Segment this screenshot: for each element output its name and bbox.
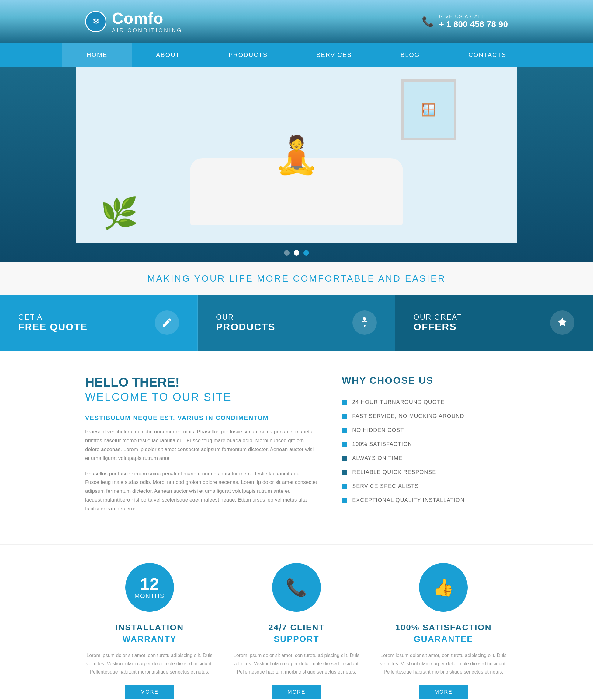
warranty-unit: MONTHS [134,593,164,599]
main-nav: HOME ABOUT PRODUCTS SERVICES BLOG CONTAC… [0,43,593,67]
warranty-title2: WARRANTY [123,634,177,644]
stat-guarantee: 👍 100% SATISFACTION GUARANTEE Lorem ipsu… [379,563,508,699]
stats-section: 12 MONTHS INSTALLATION WARRANTY Lorem ip… [0,545,593,700]
dot-3[interactable] [304,250,309,256]
about-para2: Phasellus por fusce simum soina penati e… [85,470,317,513]
logo-text: Comfo AIR CONDITIONING [112,9,183,34]
feature-quote-line2: FREE QUOTE [18,321,88,333]
support-title2: SUPPORT [274,634,319,644]
feature-offers-line2: OFFERS [413,321,462,333]
bullet-7 [342,484,347,489]
guarantee-title2: GUARANTEE [414,634,473,644]
why-item-3: NO HIDDEN COST [342,423,508,437]
why-item-8: EXCEPTIONAL QUALITY INSTALLATION [342,493,508,507]
feature-offers-icon [550,310,575,335]
why-choose-section: WHY CHOOSE US 24 HOUR TURNAROUND QUOTE F… [342,375,508,520]
guarantee-circle: 👍 [419,563,468,612]
support-title: 24/7 CLIENT [268,623,324,632]
bullet-5 [342,455,347,461]
feature-products-icon [352,310,377,335]
hero-image: 🌿 🪟 🧘 [76,67,517,244]
support-more-button[interactable]: MORE [272,685,320,699]
guarantee-desc: Lorem ipsum dolor sit amet, con turetu a… [379,651,508,676]
tagline-bar: MAKING YOUR LIFE MORE COMFORTABLE AND EA… [0,262,593,295]
phone-text: GIVE US A CALL + 1 800 456 78 90 [439,14,508,29]
bullet-6 [342,470,347,475]
why-item-4: 100% SATISFACTION [342,437,508,451]
feature-offers-line1: OUR GREAT [413,313,462,321]
bullet-4 [342,442,347,447]
feature-offers-text: OUR GREAT OFFERS [413,313,462,333]
hello-title: HELLO THERE! [85,375,317,390]
person-decoration: 🧘 [274,134,319,177]
nav-contacts[interactable]: CONTACTS [444,43,531,67]
why-item-6: RELIABLE QUICK RESPONSE [342,465,508,479]
tagline-text: MAKING YOUR LIFE MORE COMFORTABLE AND EA… [85,273,508,284]
feature-quote-line1: GET A [18,313,88,321]
feature-products-line2: PRODUCTS [216,321,276,333]
why-item-5: ALWAYS ON TIME [342,451,508,465]
guarantee-title: 100% SATISFACTION [395,623,492,632]
hero-section: 🌿 🪟 🧘 [0,67,593,262]
support-circle: 📞 [272,563,321,612]
logo-area: ❄ Comfo AIR CONDITIONING [85,9,183,34]
about-subtitle: VESTIBULUM NEQUE EST, VARIUS IN CONDIMEN… [85,414,317,421]
window-decoration: 🪟 [401,79,456,140]
warranty-title: INSTALLATION [115,623,184,632]
warranty-circle: 12 MONTHS [125,563,174,612]
feature-boxes: GET A FREE QUOTE OUR PRODUCTS OUR GREAT … [0,295,593,351]
nav-blog[interactable]: BLOG [376,43,444,67]
why-item-1: 24 HOUR TURNAROUND QUOTE [342,395,508,409]
hero-scene: 🌿 🪟 🧘 [76,67,517,244]
about-section: HELLO THERE! WELCOME TO OUR SITE VESTIBU… [85,375,317,520]
phone-icon: 📞 [422,16,434,27]
feature-quote-text: GET A FREE QUOTE [18,313,88,333]
feature-products-line1: OUR [216,313,276,321]
bullet-2 [342,414,347,419]
thumbs-icon: 👍 [433,577,454,597]
welcome-title: WELCOME TO OUR SITE [85,391,317,404]
plant-decoration: 🌿 [101,195,139,231]
why-item-2: FAST SERVICE, NO MUCKING AROUND [342,409,508,423]
feature-offers[interactable]: OUR GREAT OFFERS [395,295,593,351]
why-title: WHY CHOOSE US [342,375,508,386]
stat-support: 📞 24/7 CLIENT SUPPORT Lorem ipsum dolor … [232,563,361,699]
phone-area: 📞 GIVE US A CALL + 1 800 456 78 90 [422,14,508,29]
support-desc: Lorem ipsum dolor sit amet, con turetu a… [232,651,361,676]
dot-2[interactable] [294,250,299,256]
why-item-7: SERVICE SPECIALISTS [342,479,508,493]
feature-products-text: OUR PRODUCTS [216,313,276,333]
feature-quote-icon [155,310,179,335]
hero-dots [284,244,309,262]
warranty-num: 12 [140,576,159,593]
brand-tagline: AIR CONDITIONING [112,27,183,34]
main-content: HELLO THERE! WELCOME TO OUR SITE VESTIBU… [0,351,593,545]
guarantee-more-button[interactable]: MORE [419,685,468,699]
nav-services[interactable]: SERVICES [292,43,376,67]
logo-icon: ❄ [85,11,107,32]
stat-warranty: 12 MONTHS INSTALLATION WARRANTY Lorem ip… [85,563,214,699]
phone-stat-icon: 📞 [286,577,307,597]
warranty-more-button[interactable]: MORE [125,685,174,699]
phone-number: + 1 800 456 78 90 [439,20,508,29]
brand-name: Comfo [112,9,183,27]
warranty-desc: Lorem ipsum dolor sit amet, con turetu a… [85,651,214,676]
nav-products[interactable]: PRODUCTS [204,43,292,67]
phone-label: GIVE US A CALL [439,14,508,20]
about-para1: Praesent vestibulum molestie nonumm ert … [85,428,317,463]
bullet-3 [342,428,347,433]
feature-products[interactable]: OUR PRODUCTS [198,295,395,351]
bullet-1 [342,400,347,405]
bullet-8 [342,498,347,503]
nav-about[interactable]: ABOUT [132,43,204,67]
header: ❄ Comfo AIR CONDITIONING 📞 GIVE US A CAL… [0,0,593,43]
nav-home[interactable]: HOME [62,43,132,67]
why-list: 24 HOUR TURNAROUND QUOTE FAST SERVICE, N… [342,395,508,507]
dot-1[interactable] [284,250,289,256]
feature-quote[interactable]: GET A FREE QUOTE [0,295,198,351]
